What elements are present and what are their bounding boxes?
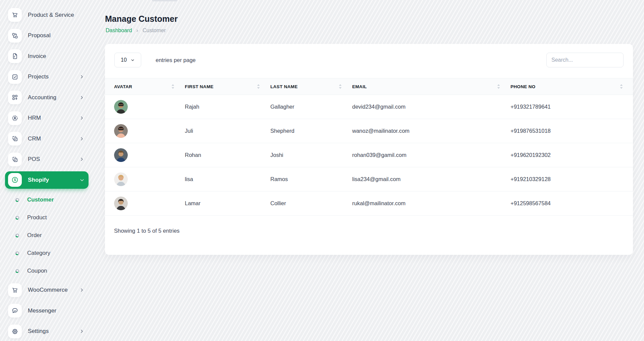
cell-phone: +919210329128 [501, 167, 633, 191]
cell-phone: +912598567584 [501, 191, 633, 216]
avatar [114, 100, 128, 114]
sidebar-item-label: WooCommerce [28, 287, 68, 293]
page-title: Manage Customer [105, 14, 178, 24]
proposal-icon [8, 29, 22, 43]
chevron-right-icon [79, 115, 85, 121]
sidebar-subitem-customer[interactable]: Customer [0, 191, 96, 209]
invoice-icon [8, 49, 22, 63]
sidebar-submenu-shopify: Customer Product Order Category Coupon [0, 191, 96, 280]
table-summary: Showing 1 to 5 of 5 entries [114, 228, 179, 234]
table-row: Lamar Collier rukal@mailinator.com +9125… [105, 191, 633, 216]
bullet-icon [15, 198, 19, 202]
customer-table-card: 10 entries per page AVATARFIRST NAMELAST… [105, 44, 633, 255]
sidebar-item-accounting[interactable]: Accounting [0, 87, 96, 108]
sidebar-item-label: Invoice [28, 53, 46, 60]
cell-first-name: Rohan [176, 143, 261, 167]
cell-email: lisa234@gmail.com [343, 167, 501, 191]
cell-last-name: Ramos [261, 167, 343, 191]
hrm-icon [8, 111, 22, 125]
cell-email: rohan039@gamil.com [343, 143, 501, 167]
sidebar-item-hrm[interactable]: HRM [0, 108, 96, 129]
breadcrumb: Dashboard › Customer [106, 27, 166, 34]
column-header-last-name[interactable]: LAST NAME [261, 78, 343, 95]
cell-avatar [105, 143, 176, 167]
sort-icon[interactable] [339, 84, 342, 89]
sidebar-item-messenger[interactable]: Messenger [0, 300, 96, 321]
chevron-right-icon [79, 287, 85, 293]
accounting-icon [8, 91, 22, 104]
sidebar-item-label: Accounting [28, 94, 56, 101]
sidebar-item-shopify[interactable]: SShopify [0, 170, 96, 190]
table-body: Rajah Gallagher devid234@gmail.com +9193… [105, 95, 633, 216]
table-row: Rajah Gallagher devid234@gmail.com +9193… [105, 95, 633, 119]
cell-last-name: Joshi [261, 143, 343, 167]
breadcrumb-current: Customer [143, 27, 166, 34]
search-input[interactable] [546, 53, 624, 67]
breadcrumb-dashboard-link[interactable]: Dashboard [106, 27, 132, 34]
table-row: lisa Ramos lisa234@gmail.com +9192103291… [105, 167, 633, 191]
sidebar-item-pos[interactable]: POS [0, 149, 96, 170]
chevron-down-icon [130, 58, 135, 62]
sidebar-subitem-product[interactable]: Product [0, 209, 96, 227]
sidebar-item-woocommerce[interactable]: WooCommerce [0, 280, 96, 301]
cell-phone: +919876531018 [501, 119, 633, 143]
sidebar: Product & ServiceProposalInvoiceProjects… [0, 0, 96, 341]
cart-icon [8, 8, 22, 22]
cell-last-name: Shepherd [261, 119, 343, 143]
column-header-label: PHONE NO [511, 84, 535, 89]
sidebar-item-label: CRM [28, 135, 41, 142]
sort-icon[interactable] [620, 84, 623, 89]
sidebar-subitem-order[interactable]: Order [0, 227, 96, 244]
sort-icon[interactable] [171, 84, 174, 89]
avatar [114, 196, 128, 210]
sort-icon[interactable] [257, 84, 260, 89]
cell-last-name: Gallagher [261, 95, 343, 119]
sidebar-item-label: Shopify [28, 177, 49, 183]
chevron-right-icon [79, 136, 85, 141]
topbar-remnant [152, 0, 177, 1]
column-header-avatar[interactable]: AVATAR [105, 78, 176, 95]
sidebar-item-settings[interactable]: Settings [0, 321, 96, 341]
sidebar-subitem-coupon[interactable]: Coupon [0, 262, 96, 280]
cell-avatar [105, 119, 176, 143]
sidebar-item-proposal[interactable]: Proposal [0, 25, 96, 46]
cell-email: rukal@mailinator.com [343, 191, 501, 216]
cell-first-name: Juli [176, 119, 261, 143]
cart-icon [8, 283, 22, 297]
shopify-icon: S [8, 173, 22, 187]
bullet-icon [15, 216, 19, 220]
column-header-email[interactable]: EMAIL [343, 78, 501, 95]
sidebar-item-label: HRM [28, 115, 41, 121]
cell-email: devid234@gmail.com [343, 95, 501, 119]
cell-first-name: Rajah [176, 95, 261, 119]
bullet-icon [15, 234, 19, 237]
cell-phone: +919321789641 [501, 95, 633, 119]
sidebar-item-invoice[interactable]: Invoice [0, 46, 96, 67]
sidebar-subitem-category[interactable]: Category [0, 244, 96, 262]
cell-first-name: lisa [176, 167, 261, 191]
cell-last-name: Collier [261, 191, 343, 216]
pos-icon [8, 153, 22, 166]
column-header-label: FIRST NAME [185, 84, 214, 89]
projects-icon [8, 70, 22, 84]
sidebar-item-label: Proposal [28, 32, 51, 39]
column-header-label: AVATAR [114, 84, 132, 89]
avatar [114, 124, 128, 138]
sidebar-item-product-service[interactable]: Product & Service [0, 5, 96, 25]
cell-email: wanoz@mailinator.com [343, 119, 501, 143]
crm-icon [8, 132, 22, 146]
chevron-down-icon [79, 177, 85, 183]
cell-avatar [105, 95, 176, 119]
entries-per-page-select[interactable]: 10 [114, 53, 141, 67]
column-header-phone-no[interactable]: PHONE NO [501, 78, 633, 95]
chevron-right-icon [79, 329, 85, 334]
customer-table: AVATARFIRST NAMELAST NAMEEMAILPHONE NO R… [105, 78, 633, 216]
chat-icon [8, 304, 22, 318]
sidebar-item-crm[interactable]: CRM [0, 128, 96, 149]
column-header-first-name[interactable]: FIRST NAME [176, 78, 261, 95]
sidebar-item-label: Product & Service [28, 12, 74, 18]
avatar [114, 172, 128, 186]
sidebar-item-projects[interactable]: Projects [0, 67, 96, 88]
chevron-right-icon [79, 74, 85, 79]
sort-icon[interactable] [497, 84, 500, 89]
